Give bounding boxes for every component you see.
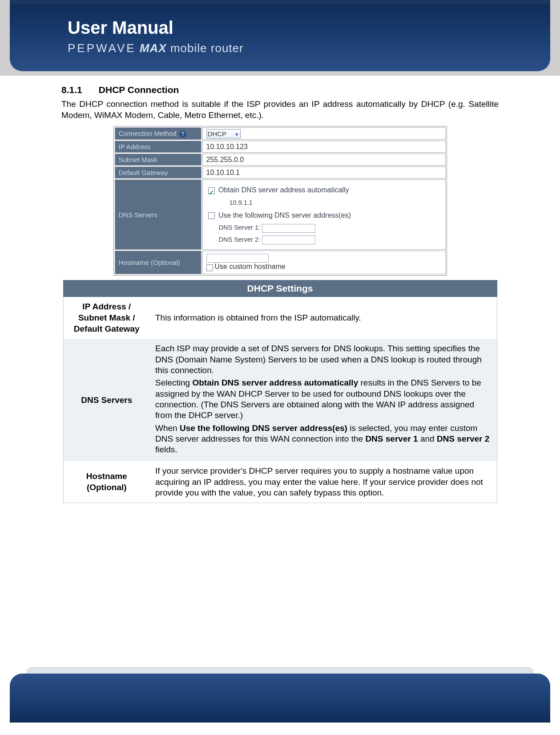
help-icon[interactable]: ?	[179, 130, 186, 138]
header-band: User Manual PEPWAVE MAX mobile router	[10, 0, 550, 71]
row-label-hostname: Hostname (Optional)	[63, 461, 150, 503]
section-number: 8.1.1	[61, 85, 96, 95]
brand-name: PEPWAVE	[68, 41, 136, 55]
dns-label: DNS Servers	[115, 179, 201, 250]
product-name: MAX	[140, 41, 167, 55]
gw-label: Default Gateway	[115, 166, 201, 179]
conn-method-label: Connection Method ?	[115, 127, 201, 140]
row-label-ip: IP Address / Subnet Mask / Default Gatew…	[63, 297, 150, 339]
settings-table: DHCP Settings IP Address / Subnet Mask /…	[63, 280, 497, 503]
row-desc-dns: Each ISP may provide a set of DNS server…	[150, 339, 497, 461]
dns1-label: DNS Server 1:	[219, 224, 260, 231]
footer-band	[10, 674, 550, 723]
section-intro: The DHCP connection method is suitable i…	[61, 99, 499, 121]
hostname-input[interactable]	[206, 254, 269, 263]
dns-auto-checkbox[interactable]	[208, 187, 215, 194]
dns2-input[interactable]	[262, 236, 315, 244]
dns-manual-label: Use the following DNS server address(es)	[218, 211, 351, 219]
tagline: mobile router	[170, 41, 244, 55]
doc-subtitle: PEPWAVE MAX mobile router	[68, 41, 244, 55]
section-title: DHCP Connection	[99, 85, 179, 95]
dns-auto-label: Obtain DNS server address automatically	[218, 186, 349, 194]
row-label-dns: DNS Servers	[63, 339, 150, 461]
ip-label: IP Address	[115, 141, 201, 153]
chevron-down-icon: ▼	[234, 132, 239, 137]
dns2-label: DNS Server 2:	[219, 236, 260, 243]
dns-manual-checkbox[interactable]	[208, 212, 215, 219]
hostname-cb-label: Use custom hostname	[215, 263, 286, 270]
hostname-checkbox[interactable]	[206, 264, 213, 271]
row-desc-hostname: If your service provider's DHCP server r…	[150, 461, 497, 503]
mask-value: 255.255.0.0	[202, 154, 446, 166]
gw-value: 10.10.10.1	[202, 166, 446, 179]
doc-title: User Manual	[68, 18, 244, 38]
ip-value: 10.10.10.123	[202, 141, 446, 153]
hostname-label: Hostname (Optional)	[115, 251, 201, 274]
settings-table-header: DHCP Settings	[63, 280, 497, 297]
row-desc-ip: This information is obtained from the IS…	[150, 297, 497, 339]
conn-method-select[interactable]: DHCP ▼	[206, 129, 241, 138]
dns-auto-value: 10.9.1.1	[230, 197, 442, 209]
mask-label: Subnet Mask	[115, 154, 201, 166]
config-panel: Connection Method ? DHCP ▼ IP Address 10…	[113, 126, 447, 276]
section-heading: 8.1.1 DHCP Connection	[61, 85, 507, 95]
dns1-input[interactable]	[262, 224, 315, 233]
